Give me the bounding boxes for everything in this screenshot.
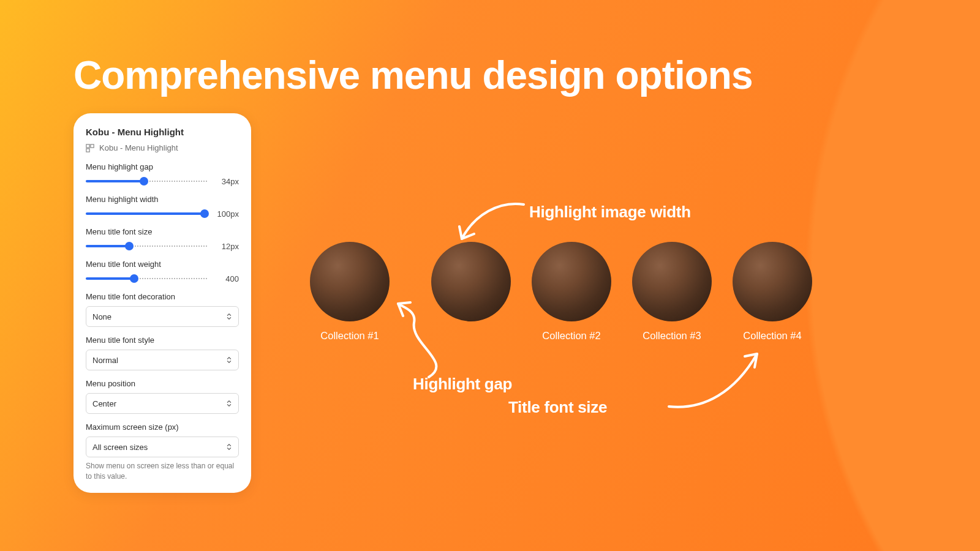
slider-value: 400: [213, 274, 239, 283]
slider-label: Menu title font weight: [86, 260, 239, 269]
headline: Comprehensive menu design options: [74, 53, 753, 98]
slider-value: 34px: [213, 177, 239, 186]
slider-menu-title-font-size: Menu title font size 12px: [86, 227, 239, 251]
settings-panel: Kobu - Menu Highlight Kobu - Menu Highli…: [74, 113, 251, 493]
slider-track-menu-highlight-gap[interactable]: [86, 176, 207, 186]
panel-subtitle-row: Kobu - Menu Highlight: [86, 143, 239, 152]
select-value: None: [92, 312, 111, 321]
chevron-updown-icon: [226, 400, 232, 407]
slider-track-menu-title-font-size[interactable]: [86, 241, 207, 251]
select-menu-position: Menu position Center: [86, 379, 239, 414]
panel-title: Kobu - Menu Highlight: [86, 127, 239, 137]
slider-label: Menu title font size: [86, 227, 239, 236]
slider-value: 100px: [213, 209, 239, 219]
menu-item: Collection #2: [532, 242, 611, 342]
menu-item-label: Collection #2: [532, 330, 611, 342]
menu-item-label: Collection #3: [632, 330, 712, 342]
select-label: Menu title font style: [86, 335, 239, 345]
select-menu-title-font-style: Menu title font style Normal: [86, 335, 239, 370]
menu-item: Collection #3: [632, 242, 712, 342]
slider-menu-highlight-width: Menu highlight width 100px: [86, 195, 239, 219]
slider-menu-title-font-weight: Menu title font weight 400: [86, 260, 239, 283]
select-value: Normal: [92, 356, 118, 365]
select-menu-title-font-decoration: Menu title font decoration None: [86, 292, 239, 327]
select-control[interactable]: All screen sizes: [86, 437, 239, 457]
select-value: All screen sizes: [92, 443, 148, 452]
slider-label: Menu highlight width: [86, 195, 239, 204]
slider-value: 12px: [213, 242, 239, 251]
slider-track-menu-highlight-width[interactable]: [86, 209, 207, 219]
block-icon: [86, 144, 94, 152]
select-label: Maximum screen size (px): [86, 422, 239, 432]
arrow-icon: [453, 196, 539, 251]
panel-subtitle: Kobu - Menu Highlight: [99, 143, 178, 152]
menu-item-image: [733, 242, 812, 321]
svg-rect-0: [86, 144, 89, 147]
slider-label: Menu highlight gap: [86, 162, 239, 171]
menu-item: Collection #4: [733, 242, 812, 342]
svg-rect-2: [86, 148, 89, 151]
arrow-icon: [392, 295, 466, 381]
marketing-slide: Comprehensive menu design options Kobu -…: [0, 0, 980, 551]
select-control[interactable]: Normal: [86, 350, 239, 370]
select-help-text: Show menu on screen size less than or eq…: [86, 461, 239, 482]
annotation-font-size: Title font size: [508, 398, 607, 417]
slider-track-menu-title-font-weight[interactable]: [86, 274, 207, 283]
menu-item-image: [632, 242, 712, 321]
menu-item-image: [532, 242, 611, 321]
select-control[interactable]: None: [86, 306, 239, 327]
chevron-updown-icon: [226, 443, 232, 451]
menu-item-label: Collection #4: [733, 330, 812, 342]
chevron-updown-icon: [226, 356, 232, 364]
slider-menu-highlight-gap: Menu highlight gap 34px: [86, 162, 239, 186]
arrow-icon: [662, 343, 766, 416]
select-maximum-screen-size: Maximum screen size (px) All screen size…: [86, 422, 239, 482]
menu-item-label: Collection #1: [310, 330, 390, 342]
select-value: Center: [92, 399, 116, 408]
svg-rect-1: [91, 144, 94, 147]
menu-preview-row: Collection #1 Collection #2 Collection #…: [310, 242, 812, 342]
select-label: Menu position: [86, 379, 239, 388]
chevron-updown-icon: [226, 313, 232, 320]
menu-item: Collection #1: [310, 242, 390, 342]
select-label: Menu title font decoration: [86, 292, 239, 301]
menu-item-image: [310, 242, 390, 321]
select-control[interactable]: Center: [86, 393, 239, 414]
annotation-image-width: Highlight image width: [529, 203, 691, 222]
